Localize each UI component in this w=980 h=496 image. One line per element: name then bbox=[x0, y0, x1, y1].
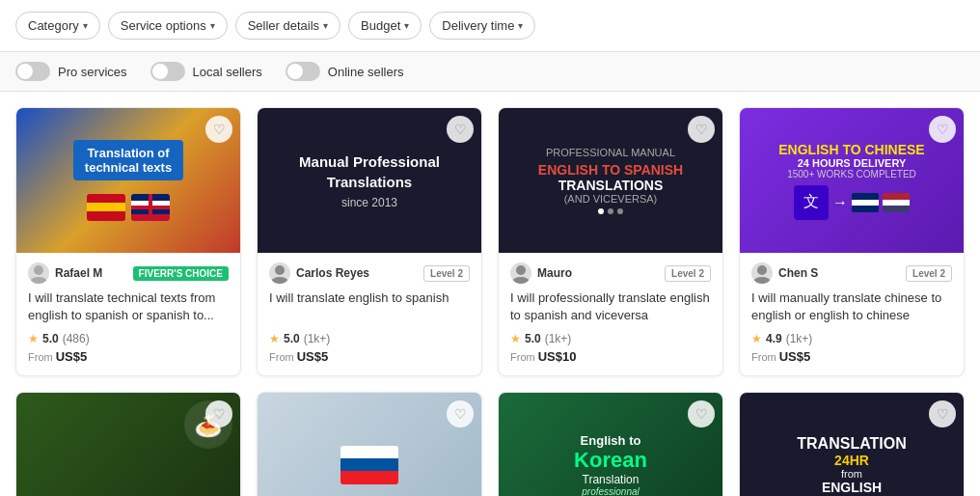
svg-point-5 bbox=[512, 277, 530, 284]
card-2-rating: ★ 5.0 (1k+) bbox=[269, 332, 470, 345]
card-3-seller-name: Mauro bbox=[537, 266, 572, 280]
card-3-seller-left: Mauro bbox=[510, 262, 572, 284]
filter-service-options-btn[interactable]: Service options ▾ bbox=[108, 12, 228, 40]
card-4-img-title: ENGLISH TO CHINESE bbox=[778, 142, 924, 157]
card-1-wishlist-btn[interactable]: ♡ bbox=[205, 116, 232, 143]
gig-card-4[interactable]: ENGLISH TO CHINESE 24 HOURS DELIVERY 150… bbox=[739, 107, 965, 376]
card-2-seller-info: Carlos Reyes Level 2 bbox=[269, 262, 470, 284]
gig-card-2[interactable]: Manual ProfessionalTranslations since 20… bbox=[257, 107, 482, 376]
online-sellers-switch[interactable] bbox=[286, 62, 320, 81]
svg-point-2 bbox=[275, 265, 285, 275]
card-3-price: From US$10 bbox=[510, 349, 711, 364]
card-1-price: From US$5 bbox=[28, 349, 229, 364]
gig-grid: Translation oftechnical texts ♡ bbox=[0, 92, 980, 496]
card-1-body: Rafael M FIVERR'S CHOICE I will translat… bbox=[16, 253, 240, 375]
card-3-rating: ★ 5.0 (1k+) bbox=[510, 332, 711, 345]
pro-services-label: Pro services bbox=[58, 65, 127, 79]
filter-bar: Category ▾ Service options ▾ Seller deta… bbox=[0, 0, 980, 52]
card-1-seller-left: Rafael M bbox=[28, 262, 102, 284]
card-3-wishlist-btn[interactable]: ♡ bbox=[688, 116, 715, 143]
card-4-body: Chen S Level 2 I will manually translate… bbox=[740, 253, 964, 375]
card-3-img-sub: (AND VICEVERSA) bbox=[564, 193, 658, 205]
card-7-img-line2: Korean bbox=[574, 448, 647, 473]
card-2-price: From US$5 bbox=[269, 349, 470, 364]
chevron-down-icon: ▾ bbox=[323, 20, 328, 31]
card-3-badge: Level 2 bbox=[665, 265, 711, 282]
filter-budget-btn[interactable]: Budget ▾ bbox=[348, 12, 422, 40]
card-2-avatar bbox=[269, 262, 290, 284]
card-4-price: From US$5 bbox=[751, 349, 952, 364]
card-4-avatar bbox=[751, 262, 773, 284]
card-3-img-white: TRANSLATIONS bbox=[558, 178, 664, 193]
card-1-badge: FIVERR'S CHOICE bbox=[133, 266, 229, 281]
dot-1 bbox=[598, 208, 604, 214]
card-2-badge: Level 2 bbox=[423, 265, 470, 282]
card-3-avatar bbox=[510, 262, 531, 284]
online-sellers-label: Online sellers bbox=[328, 65, 404, 79]
card-3-img-red: ENGLISH TO SPANISH bbox=[538, 162, 683, 178]
card-2-score: 5.0 bbox=[284, 332, 300, 345]
svg-point-4 bbox=[516, 265, 526, 275]
card-3-dots bbox=[598, 208, 623, 214]
svg-point-7 bbox=[753, 277, 771, 284]
dot-2 bbox=[608, 208, 613, 214]
card-4-seller-left: Chen S bbox=[751, 262, 818, 284]
card-4-title: I will manually translate chinese to eng… bbox=[751, 289, 952, 324]
card-1-img-title: Translation oftechnical texts bbox=[73, 140, 183, 180]
local-sellers-switch[interactable] bbox=[150, 62, 185, 81]
card-1-title: I will translate technical texts from en… bbox=[28, 289, 229, 324]
gig-card-1[interactable]: Translation oftechnical texts ♡ bbox=[15, 107, 241, 376]
star-icon: ★ bbox=[510, 332, 521, 345]
toggle-pro-services[interactable]: Pro services bbox=[15, 62, 127, 81]
card-2-wishlist-btn[interactable]: ♡ bbox=[447, 116, 474, 143]
card-4-image: ENGLISH TO CHINESE 24 HOURS DELIVERY 150… bbox=[740, 108, 964, 253]
card-3-title: I will professionally translate english … bbox=[510, 289, 711, 324]
toggle-online-sellers[interactable]: Online sellers bbox=[286, 62, 404, 81]
card-7-img-prof: professionnal bbox=[582, 486, 639, 496]
card-2-body: Carlos Reyes Level 2 I will translate en… bbox=[258, 253, 481, 375]
card-3-img-label: PROFESSIONAL MANUAL bbox=[546, 147, 675, 158]
gig-card-8[interactable]: TRANSLATION 24HR from ENGLISH ♡ Seller 8… bbox=[739, 392, 965, 496]
card-4-img-works: 1500+ WORKS COMPLETED bbox=[787, 169, 916, 179]
svg-point-1 bbox=[30, 277, 47, 284]
card-8-img-english: ENGLISH bbox=[822, 480, 882, 495]
card-4-badge: Level 2 bbox=[906, 265, 952, 282]
svg-point-3 bbox=[271, 277, 288, 284]
card-2-seller-left: Carlos Reyes bbox=[269, 262, 369, 284]
chevron-down-icon: ▾ bbox=[210, 20, 215, 31]
card-4-img-delivery: 24 HOURS DELIVERY bbox=[798, 157, 907, 169]
card-2-img-title: Manual ProfessionalTranslations bbox=[299, 152, 440, 192]
card-4-score: 4.9 bbox=[766, 332, 782, 345]
dot-3 bbox=[617, 208, 623, 214]
star-icon: ★ bbox=[28, 332, 39, 345]
card-1-seller-info: Rafael M FIVERR'S CHOICE bbox=[28, 262, 229, 284]
card-8-img-title: TRANSLATION bbox=[797, 435, 906, 453]
gig-card-3[interactable]: PROFESSIONAL MANUAL ENGLISH TO SPANISH T… bbox=[498, 107, 723, 376]
card-4-count: (1k+) bbox=[786, 332, 813, 345]
card-1-image: Translation oftechnical texts ♡ bbox=[16, 108, 240, 253]
filter-seller-details-btn[interactable]: Seller details ▾ bbox=[235, 12, 340, 40]
card-3-image: PROFESSIONAL MANUAL ENGLISH TO SPANISH T… bbox=[499, 108, 722, 253]
filter-category-label: Category bbox=[28, 18, 79, 33]
filter-budget-label: Budget bbox=[361, 18, 400, 33]
card-3-score: 5.0 bbox=[525, 332, 541, 345]
pro-services-switch[interactable] bbox=[15, 62, 50, 81]
chevron-down-icon: ▾ bbox=[83, 20, 88, 31]
card-1-avatar bbox=[28, 262, 49, 284]
svg-point-0 bbox=[34, 265, 43, 275]
chevron-down-icon: ▾ bbox=[518, 20, 523, 31]
toggle-local-sellers[interactable]: Local sellers bbox=[150, 62, 262, 81]
toggle-bar: Pro services Local sellers Online seller… bbox=[0, 52, 980, 92]
filter-seller-details-label: Seller details bbox=[248, 18, 319, 33]
gig-card-7[interactable]: English to Korean Translation profession… bbox=[498, 392, 723, 496]
card-5-image: ITALIAN TO ENGLISHMENU TRANSLATIONS 🍝 ♡ bbox=[16, 393, 240, 496]
gig-card-6[interactable]: ♡ Seller 6 Professional translation serv… bbox=[257, 392, 482, 496]
gig-card-5[interactable]: ITALIAN TO ENGLISHMENU TRANSLATIONS 🍝 ♡ … bbox=[15, 392, 241, 496]
card-7-image: English to Korean Translation profession… bbox=[499, 393, 722, 496]
card-4-wishlist-btn[interactable]: ♡ bbox=[929, 116, 956, 143]
card-8-img-from: from bbox=[841, 468, 862, 480]
filter-delivery-time-btn[interactable]: Delivery time ▾ bbox=[429, 12, 535, 40]
local-sellers-label: Local sellers bbox=[193, 65, 262, 79]
card-1-seller-name: Rafael M bbox=[55, 266, 102, 280]
filter-category-btn[interactable]: Category ▾ bbox=[15, 12, 100, 40]
